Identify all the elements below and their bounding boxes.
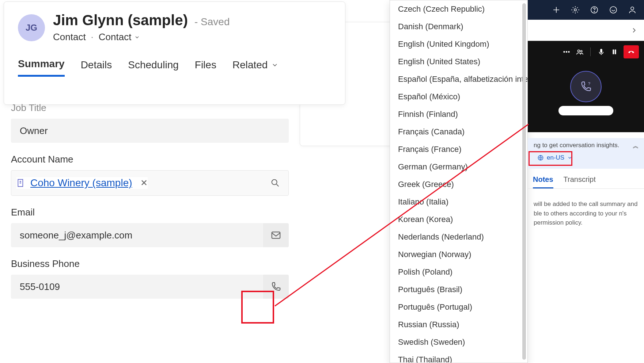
- svg-point-11: [566, 51, 567, 53]
- chevron-down-icon: [567, 155, 572, 160]
- label-account: Account Name: [11, 154, 289, 165]
- mic-icon[interactable]: [597, 48, 605, 56]
- panel-header: [528, 20, 644, 41]
- language-option[interactable]: Finnish (Finland): [390, 106, 527, 123]
- language-option[interactable]: Português (Brasil): [390, 281, 527, 298]
- remove-account-button[interactable]: ✕: [140, 178, 148, 188]
- language-option[interactable]: Italiano (Italia): [390, 193, 527, 211]
- svg-rect-2: [20, 183, 21, 183]
- saved-indicator: - Saved: [194, 16, 230, 28]
- tab-related[interactable]: Related: [232, 58, 279, 77]
- account-link[interactable]: Coho Winery (sample): [30, 177, 132, 189]
- language-selector[interactable]: en-US: [534, 153, 576, 163]
- language-option[interactable]: Russian (Russia): [390, 316, 527, 333]
- tab-related-label: Related: [232, 59, 268, 71]
- language-option[interactable]: Czech (Czech Republic): [390, 0, 527, 18]
- language-option[interactable]: Polish (Poland): [390, 263, 527, 281]
- call-panel: ?: [528, 41, 644, 132]
- email-field[interactable]: someone_j@example.com: [11, 223, 263, 247]
- language-option[interactable]: English (United States): [390, 53, 527, 70]
- language-option[interactable]: Español (España, alfabetización internac…: [390, 70, 527, 88]
- label-phone: Business Phone: [11, 258, 289, 270]
- form-selector[interactable]: Contact: [99, 31, 140, 43]
- svg-point-10: [564, 51, 565, 53]
- language-option[interactable]: Thai (Thailand): [390, 351, 527, 363]
- tabs-row: Summary Details Scheduling Files Related: [18, 58, 331, 77]
- svg-point-12: [568, 51, 569, 53]
- form-selector-label: Contact: [99, 31, 132, 43]
- tab-notes[interactable]: Notes: [533, 175, 553, 188]
- pause-icon[interactable]: [610, 48, 618, 56]
- collapse-icon[interactable]: ︽: [633, 142, 639, 150]
- language-option[interactable]: Swedish (Sweden): [390, 333, 527, 351]
- language-option[interactable]: Français (France): [390, 141, 527, 158]
- language-option[interactable]: Norwegian (Norway): [390, 246, 527, 263]
- separator-dot: ·: [91, 31, 94, 43]
- search-icon[interactable]: [270, 178, 280, 188]
- scrollbar-thumb[interactable]: [522, 3, 526, 360]
- svg-point-13: [578, 50, 580, 52]
- language-option[interactable]: English (United Kingdom): [390, 35, 527, 53]
- chevron-right-icon[interactable]: [630, 26, 638, 34]
- notes-body: will be added to the call summary and bl…: [528, 193, 644, 234]
- entity-type: Contact: [53, 31, 86, 43]
- account-chip: Coho Winery (sample) ✕: [16, 177, 148, 189]
- chevron-down-icon: [271, 61, 279, 69]
- globe-icon: [537, 154, 544, 161]
- language-option[interactable]: Greek (Greece): [390, 176, 527, 193]
- call-avatar: ?: [570, 71, 602, 102]
- svg-rect-4: [272, 232, 280, 238]
- avatar: JG: [18, 14, 45, 41]
- hangup-icon: [627, 48, 635, 56]
- contact-name: Jim Glynn (sample): [53, 12, 188, 28]
- phone-field[interactable]: 555-0109: [11, 275, 263, 299]
- language-option[interactable]: Danish (Denmark): [390, 18, 527, 35]
- more-icon[interactable]: [562, 48, 571, 56]
- tab-files[interactable]: Files: [195, 58, 216, 77]
- hangup-button[interactable]: [624, 45, 639, 58]
- label-job-title: Job Title: [11, 102, 289, 114]
- form-area: Job Title Owner Account Name Coho Winery…: [11, 102, 289, 299]
- mail-icon: [270, 230, 281, 241]
- svg-rect-16: [613, 50, 614, 54]
- help-icon[interactable]: [590, 5, 599, 14]
- tab-transcript[interactable]: Transcript: [564, 175, 596, 188]
- language-option[interactable]: Português (Portugal): [390, 298, 527, 316]
- svg-text:?: ?: [588, 81, 590, 86]
- job-title-field[interactable]: Owner: [11, 119, 289, 143]
- language-dropdown: Czech (Czech Republic)Danish (Denmark)En…: [390, 0, 528, 363]
- tab-scheduling[interactable]: Scheduling: [128, 58, 179, 77]
- svg-point-3: [272, 180, 277, 185]
- phone-question-icon: ?: [580, 80, 592, 93]
- svg-point-14: [580, 50, 582, 52]
- tab-summary[interactable]: Summary: [18, 58, 65, 77]
- language-option[interactable]: Nederlands (Nederland): [390, 228, 527, 246]
- language-option[interactable]: German (Germany): [390, 158, 527, 176]
- send-email-button[interactable]: [263, 223, 289, 247]
- person-icon[interactable]: [628, 5, 637, 14]
- gear-icon[interactable]: [571, 5, 580, 14]
- svg-rect-1: [20, 181, 21, 182]
- phone-icon: [270, 281, 281, 292]
- insight-strip: ng to get conversation insights. ︽ en-US: [528, 138, 644, 169]
- contact-card: JG Jim Glynn (sample) - Saved Contact · …: [4, 1, 345, 105]
- chevron-down-icon: [134, 34, 140, 40]
- account-lookup[interactable]: Coho Winery (sample) ✕: [11, 170, 289, 196]
- svg-point-5: [574, 9, 576, 11]
- svg-rect-15: [600, 49, 602, 53]
- tab-details[interactable]: Details: [81, 58, 112, 77]
- language-option[interactable]: Français (Canada): [390, 123, 527, 141]
- svg-point-9: [631, 7, 634, 10]
- notes-tabs: Notes Transcript: [528, 172, 644, 189]
- svg-point-7: [594, 11, 595, 12]
- language-option[interactable]: Español (México): [390, 88, 527, 106]
- people-icon[interactable]: [576, 48, 584, 56]
- language-code: en-US: [547, 154, 564, 161]
- caller-name-redacted: [558, 106, 613, 115]
- call-phone-button[interactable]: [263, 275, 289, 299]
- language-option[interactable]: Korean (Korea): [390, 211, 527, 228]
- plus-icon[interactable]: [552, 5, 561, 14]
- separator: [590, 47, 591, 56]
- assistant-icon[interactable]: [609, 5, 618, 14]
- label-email: Email: [11, 207, 289, 218]
